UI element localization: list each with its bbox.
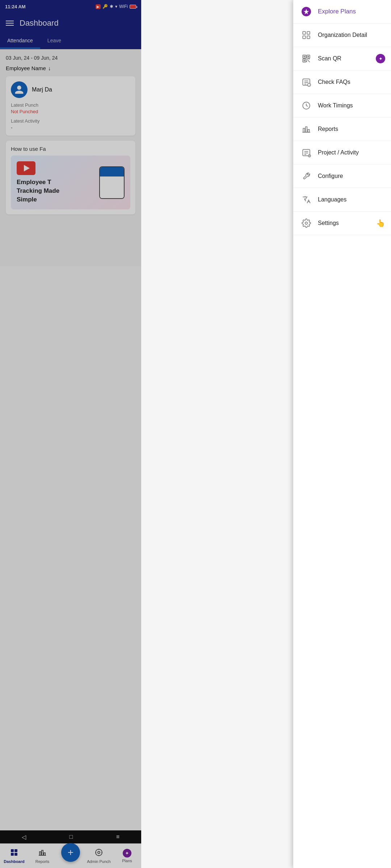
overlay[interactable] — [0, 0, 141, 310]
